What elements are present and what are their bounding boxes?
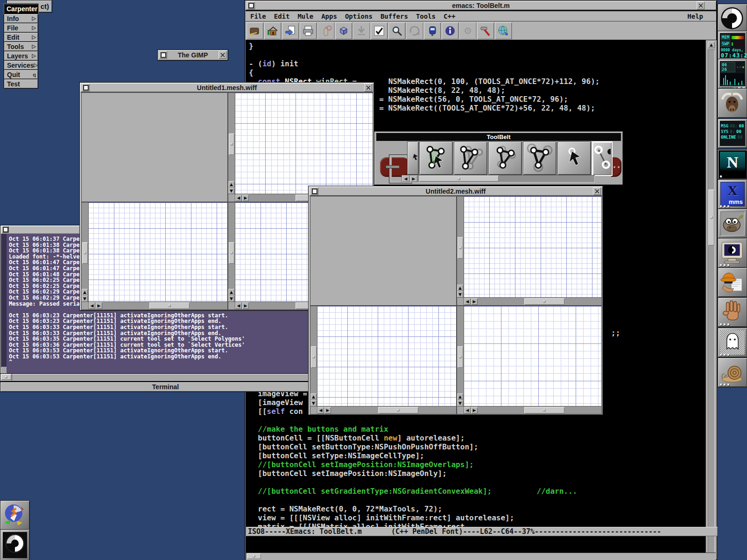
scroll-right-arrow[interactable]: ▶ xyxy=(242,195,249,201)
hscroll-thumb[interactable] xyxy=(524,407,564,413)
dock-tile-network-monitor[interactable]: 06 26 88889 ✓ × xyxy=(718,59,747,89)
vertical-scrollbar[interactable]: ▲▼ xyxy=(310,306,317,406)
scroll-up-arrow[interactable]: ▲ xyxy=(457,393,463,400)
scroll-right-arrow[interactable]: ▶ xyxy=(410,175,417,182)
mail-icon-button[interactable] xyxy=(424,22,441,39)
mesh-grid[interactable] xyxy=(317,306,456,406)
scroll-right-arrow[interactable]: ▶ xyxy=(96,302,102,309)
scroll-up-arrow[interactable]: ▲ xyxy=(708,42,715,48)
paste-icon-button[interactable] xyxy=(282,22,299,39)
scroll-down-arrow[interactable]: ▼ xyxy=(228,188,234,194)
mesh-grid[interactable] xyxy=(464,306,601,406)
dock-tile-spy-reader[interactable] xyxy=(718,267,747,297)
mesh2-miniaturize-button[interactable] xyxy=(310,187,318,195)
mesh-grid[interactable] xyxy=(235,93,373,194)
scroll-up-arrow[interactable]: ▲ xyxy=(82,289,88,295)
horizontal-scrollbar[interactable]: ◀▶ xyxy=(88,301,227,309)
dock-tile-ghostview[interactable] xyxy=(718,328,747,357)
menu-help[interactable]: Help xyxy=(687,13,703,20)
menu-options[interactable]: Options xyxy=(345,13,373,20)
scroll-right-arrow[interactable]: ▶ xyxy=(471,298,478,305)
vertical-scrollbar[interactable]: ▲▼ xyxy=(228,93,235,194)
appicon-window-maker[interactable] xyxy=(0,529,30,560)
scroll-down-arrow[interactable]: ▼ xyxy=(228,295,234,302)
toolbelt-tool-rotate[interactable] xyxy=(488,141,522,175)
scroll-left-arrow[interactable]: ◀ xyxy=(402,175,409,182)
open-icon-button[interactable] xyxy=(247,22,264,39)
menu-file[interactable]: File xyxy=(250,13,266,20)
mesh2-view-top-right[interactable]: ▲▼◀▶ xyxy=(457,196,602,306)
menu-cpp[interactable]: C++ xyxy=(444,13,455,20)
menu-item-quit[interactable]: Quitq xyxy=(4,70,38,79)
redo-icon-button[interactable] xyxy=(406,22,423,39)
info-icon-button[interactable] xyxy=(442,22,459,39)
menu-item-info[interactable]: Info▷ xyxy=(4,14,38,23)
scroll-left-arrow[interactable]: ◀ xyxy=(89,302,95,309)
carpenter-menu-title[interactable]: Carpenter xyxy=(4,4,38,14)
search-icon-button[interactable] xyxy=(388,22,406,39)
mesh-grid[interactable] xyxy=(88,203,227,302)
emacs-miniaturize-button[interactable] xyxy=(247,1,255,9)
hscroll-thumb[interactable] xyxy=(149,302,190,309)
build-icon-button[interactable] xyxy=(477,22,494,39)
web-icon-button[interactable] xyxy=(495,22,512,39)
menu-item-file[interactable]: File▷ xyxy=(4,23,38,33)
terminal-scrollbar[interactable] xyxy=(1,234,7,373)
menu-item-tools[interactable]: Tools▷ xyxy=(4,42,38,51)
gimp-close-button[interactable] xyxy=(218,51,226,59)
horizontal-scrollbar[interactable]: ◀▶ xyxy=(464,297,601,305)
terminal-miniaturize-button[interactable] xyxy=(2,226,9,233)
scroll-up-arrow[interactable]: ▲ xyxy=(228,289,234,295)
mesh2-titlebar[interactable]: Untitled2.mesh.wiff xyxy=(309,187,602,196)
toolbelt-tool-partial[interactable] xyxy=(407,141,419,175)
print-icon-button[interactable] xyxy=(300,22,317,39)
scroll-left-arrow[interactable]: ◀ xyxy=(464,298,471,305)
scroll-right-arrow[interactable]: ▶ xyxy=(324,407,331,413)
toolbelt-scrollbar[interactable]: ◀ ▶ xyxy=(402,175,595,182)
scroll-down-arrow[interactable]: ▼ xyxy=(310,400,317,406)
mesh2-view-bottom-right[interactable]: ▲▼◀▶ xyxy=(457,306,602,414)
dock-tile-workspace-monitor[interactable] xyxy=(718,238,747,268)
dock-tile-xmms[interactable]: X mms xyxy=(718,179,747,209)
menu-tools[interactable]: Tools xyxy=(416,13,436,20)
vertical-scrollbar[interactable]: ▲▼ xyxy=(228,203,235,302)
vertical-scrollbar[interactable]: ▲▼ xyxy=(457,306,464,406)
dock-tile-gimp[interactable] xyxy=(718,209,747,238)
scroll-up-arrow[interactable]: ▲ xyxy=(228,181,234,188)
mesh1-close-button[interactable] xyxy=(364,84,372,91)
toolbelt-tool-move[interactable] xyxy=(454,141,487,175)
menu-buffers[interactable]: Buffers xyxy=(381,13,408,20)
vertical-scrollbar[interactable]: ▲▼ xyxy=(82,203,89,302)
dock-tile-comm-monitor[interactable]: MSG88:00 SYS8:00 ONLINE88 xyxy=(718,119,747,148)
mesh2-close-button[interactable] xyxy=(593,187,601,195)
menu-item-test[interactable]: Test xyxy=(4,79,38,89)
scroll-down-arrow[interactable]: ▼ xyxy=(82,295,88,302)
mesh1-miniaturize-button[interactable] xyxy=(82,84,90,91)
dock-tile-hand[interactable] xyxy=(718,297,747,327)
dock-tile-snail[interactable] xyxy=(718,357,747,387)
toolbelt-tool-select-polygons[interactable] xyxy=(419,141,453,175)
emacs-close-button[interactable] xyxy=(697,1,705,9)
hscroll-thumb[interactable] xyxy=(524,298,564,305)
horizontal-scrollbar[interactable]: ◀▶ xyxy=(464,406,601,414)
spellcheck-icon-button[interactable] xyxy=(371,22,388,39)
gimp-window[interactable]: The GIMP xyxy=(157,49,228,61)
menu-edit[interactable]: Edit xyxy=(274,13,290,20)
mesh1-titlebar[interactable]: Untitled1.mesh.wiff xyxy=(80,83,374,92)
toolbelt-tool-select[interactable] xyxy=(557,141,591,175)
mesh2-view-bottom-left[interactable]: ▲▼◀▶ xyxy=(310,306,457,414)
dock-tile-window-maker[interactable] xyxy=(718,4,747,34)
emacs-titlebar[interactable]: emacs: ToolBelt.m xyxy=(246,1,716,10)
scroll-right-arrow[interactable]: ▶ xyxy=(242,302,249,309)
hscroll-thumb[interactable] xyxy=(247,553,261,559)
home-icon-button[interactable] xyxy=(264,22,282,39)
menu-item-edit[interactable]: Edit▷ xyxy=(4,33,38,42)
mesh-grid[interactable] xyxy=(464,196,601,298)
vertical-scrollbar[interactable]: ▲▼ xyxy=(457,196,464,298)
scroll-left-arrow[interactable]: ◀ xyxy=(317,407,324,413)
hscroll-thumb[interactable] xyxy=(378,407,418,413)
mesh2-view-top-left[interactable] xyxy=(310,196,457,306)
dock-tile-netscape[interactable]: N xyxy=(718,149,747,179)
menu-item-services[interactable]: Services▷ xyxy=(4,61,38,70)
scroll-right-arrow[interactable]: ▶ xyxy=(471,407,478,413)
